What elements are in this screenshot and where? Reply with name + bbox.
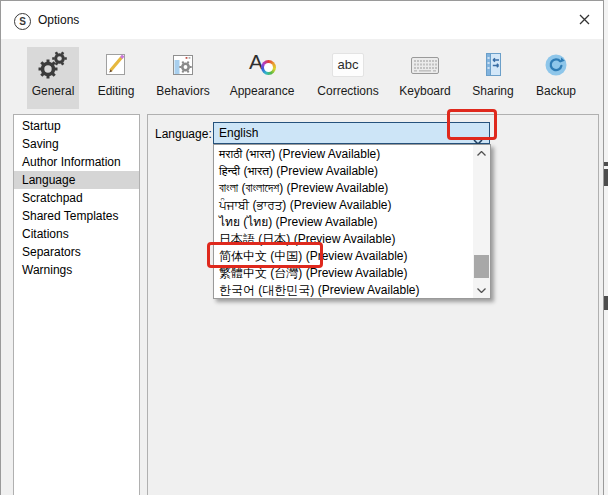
language-option-label: ไทย (ไทย) (Preview Available) bbox=[219, 215, 377, 229]
abc-icon: abc bbox=[332, 49, 364, 81]
sidebar-item-label: Warnings bbox=[22, 263, 72, 277]
sidebar-item-label: Scratchpad bbox=[22, 191, 83, 205]
window-gear-icon bbox=[167, 49, 199, 81]
screenshot: S Options bbox=[0, 0, 608, 495]
sidebar-item-label: Separators bbox=[22, 245, 81, 259]
tab-label: General bbox=[32, 84, 75, 98]
dropdown-scrollbar[interactable] bbox=[473, 145, 490, 298]
language-option[interactable]: 日本語 (日本) (Preview Available) bbox=[214, 231, 473, 248]
language-option[interactable]: ਪੰਜਾਬੀ (ਭਾਰਤ) (Preview Available) bbox=[214, 197, 473, 214]
tab-label: Corrections bbox=[317, 84, 378, 98]
tab-general[interactable]: General bbox=[27, 47, 79, 109]
sidebar-item-label: Shared Templates bbox=[22, 209, 119, 223]
letter-color-ring-icon: A bbox=[246, 49, 278, 81]
language-combobox[interactable]: English bbox=[213, 122, 490, 144]
sidebar-item[interactable]: Warnings bbox=[14, 261, 139, 279]
language-option-label: 繁體中文 (台灣) (Preview Available) bbox=[219, 266, 407, 280]
sidebar-item-label: Citations bbox=[22, 227, 69, 241]
language-option-label: ਪੰਜਾਬੀ (ਭਾਰਤ) (Preview Available) bbox=[219, 198, 392, 212]
chevron-up-icon bbox=[477, 151, 486, 156]
sidebar-item[interactable]: Saving bbox=[14, 135, 139, 153]
tab-label: Editing bbox=[98, 84, 135, 98]
language-field-label: Language: bbox=[155, 127, 212, 141]
color-ring-icon bbox=[261, 60, 276, 75]
scroll-down-button[interactable] bbox=[473, 282, 490, 298]
app-logo-icon: S bbox=[14, 13, 31, 30]
tab-backup[interactable]: Backup bbox=[527, 47, 585, 109]
tab-editing[interactable]: Editing bbox=[88, 47, 144, 109]
pencil-page-icon bbox=[100, 49, 132, 81]
sidebar-item-label: Saving bbox=[22, 137, 59, 151]
language-option[interactable]: বাংলা (বাংলাদেশ) (Preview Available) bbox=[214, 180, 473, 197]
tab-label: Backup bbox=[536, 84, 576, 98]
gears-icon bbox=[37, 49, 69, 81]
binder-arrows-icon bbox=[477, 49, 509, 81]
language-option-label: 한국어 (대한민국) (Preview Available) bbox=[219, 283, 419, 297]
language-option-list: मराठी (भारत) (Preview Available) हिन्दी … bbox=[214, 146, 473, 299]
language-dropdown-list: मराठी (भारत) (Preview Available) हिन्दी … bbox=[213, 144, 491, 299]
settings-category-list: Startup Saving Author Information Langua… bbox=[13, 114, 140, 495]
window-title: Options bbox=[38, 13, 79, 27]
language-option[interactable]: ไทย (ไทย) (Preview Available) bbox=[214, 214, 473, 231]
sidebar-item[interactable]: Language bbox=[14, 171, 139, 189]
language-option[interactable]: मराठी (भारत) (Preview Available) bbox=[214, 146, 473, 163]
tab-corrections[interactable]: abc Corrections bbox=[310, 47, 386, 109]
language-option[interactable]: 한국어 (대한민국) (Preview Available) bbox=[214, 282, 473, 299]
sidebar-item[interactable]: Startup bbox=[14, 117, 139, 135]
language-combobox-value: English bbox=[219, 126, 258, 140]
tab-keyboard[interactable]: Keyboard bbox=[393, 47, 457, 109]
language-option[interactable]: 繁體中文 (台灣) (Preview Available) bbox=[214, 265, 473, 282]
language-option-label: বাংলা (বাংলাদেশ) (Preview Available) bbox=[219, 181, 388, 195]
language-option-label: 日本語 (日本) (Preview Available) bbox=[219, 232, 395, 246]
tab-label: Appearance bbox=[230, 84, 295, 98]
circular-arrow-icon bbox=[540, 49, 572, 81]
sidebar-item[interactable]: Shared Templates bbox=[14, 207, 139, 225]
background-scrollbar-fragment bbox=[604, 162, 608, 166]
tab-appearance[interactable]: A Appearance bbox=[222, 47, 302, 109]
tab-sharing[interactable]: Sharing bbox=[465, 47, 521, 109]
sidebar-item[interactable]: Scratchpad bbox=[14, 189, 139, 207]
sidebar-item-label: Startup bbox=[22, 119, 61, 133]
close-button[interactable] bbox=[570, 7, 598, 33]
background-scrollbar-fragment bbox=[604, 296, 608, 310]
tab-label: Behaviors bbox=[156, 84, 209, 98]
tab-behaviors[interactable]: Behaviors bbox=[150, 47, 216, 109]
tab-label: Sharing bbox=[472, 84, 513, 98]
language-option-label: हिन्दी (भारत) (Preview Available) bbox=[219, 164, 378, 178]
language-option[interactable]: हिन्दी (भारत) (Preview Available) bbox=[214, 163, 473, 180]
options-toolbar: General Editing bbox=[1, 39, 603, 114]
background-scrollbar-fragment bbox=[604, 169, 608, 186]
language-option-label: मराठी (भारत) (Preview Available) bbox=[219, 147, 380, 161]
language-option[interactable]: 简体中文 (中国) (Preview Available) bbox=[214, 248, 473, 265]
keyboard-icon bbox=[409, 49, 441, 81]
language-option-label: 简体中文 (中国) (Preview Available) bbox=[219, 249, 407, 263]
options-dialog: S Options bbox=[0, 0, 604, 495]
close-icon bbox=[579, 13, 590, 28]
title-bar: S Options bbox=[1, 1, 603, 39]
sidebar-item[interactable]: Citations bbox=[14, 225, 139, 243]
sidebar-item-label: Language bbox=[22, 173, 75, 187]
scroll-up-button[interactable] bbox=[473, 145, 490, 161]
sidebar-item[interactable]: Separators bbox=[14, 243, 139, 261]
sidebar-item-label: Author Information bbox=[22, 155, 121, 169]
scrollbar-thumb[interactable] bbox=[474, 255, 489, 278]
tab-label: Keyboard bbox=[399, 84, 450, 98]
chevron-down-icon bbox=[477, 288, 486, 293]
sidebar-item[interactable]: Author Information bbox=[14, 153, 139, 171]
